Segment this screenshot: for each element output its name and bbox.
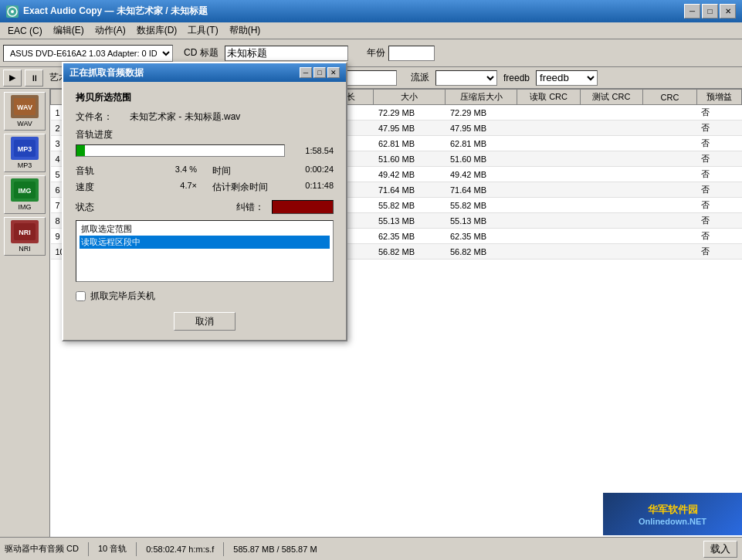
time-stat: 时间 0:00:24 <box>212 165 334 178</box>
dialog-title-buttons: ─ □ ✕ <box>300 67 340 78</box>
progress-time: 1:58.54 <box>291 146 334 155</box>
file-label: 文件名： <box>76 110 130 124</box>
status-section: 状态 纠错： <box>76 200 334 214</box>
track-stat-label: 音轨 <box>76 165 94 178</box>
log-item-title: 抓取选定范围 <box>80 222 330 236</box>
eta-stat: 估计剩余时间 0:11:48 <box>212 181 334 194</box>
track-stat: 音轨 3.4 % <box>76 165 197 178</box>
dialog-minimize-button[interactable]: ─ <box>300 67 312 78</box>
eta-stat-label: 估计剩余时间 <box>212 181 268 194</box>
status-label: 状态 <box>76 201 229 214</box>
dialog-title-bar: 正在抓取音频数据 ─ □ ✕ <box>63 63 346 82</box>
shutdown-label: 抓取完毕后关机 <box>90 290 155 303</box>
eta-stat-value: 0:11:48 <box>305 181 334 194</box>
progress-label: 音轨进度 <box>76 128 334 141</box>
file-name-value: 未知艺术家 - 未知标题.wav <box>130 110 334 124</box>
time-stat-value: 0:00:24 <box>305 165 334 178</box>
error-indicator <box>272 200 334 214</box>
cancel-button[interactable]: 取消 <box>174 312 235 331</box>
dialog-stats: 音轨 3.4 % 时间 0:00:24 速度 4.7× 估计剩余时间 0:11:… <box>76 165 334 194</box>
speed-stat-value: 4.7× <box>180 181 197 194</box>
error-label: 纠错： <box>236 201 264 214</box>
time-stat-label: 时间 <box>212 165 231 178</box>
speed-stat-label: 速度 <box>76 181 94 194</box>
log-item-selected: 读取远程区段中 <box>80 236 330 249</box>
track-stat-value: 3.4 % <box>175 165 197 178</box>
shutdown-checkbox[interactable] <box>76 291 86 301</box>
progress-bar-fill <box>76 145 85 156</box>
extract-dialog: 正在抓取音频数据 ─ □ ✕ 拷贝所选范围 文件名： 未知艺术家 - 未知标题.… <box>62 62 347 341</box>
progress-section: 音轨进度 1:58.54 <box>76 128 334 157</box>
filename-row: 文件名： 未知艺术家 - 未知标题.wav <box>76 110 334 124</box>
dialog-section-title: 拷贝所选范围 <box>76 91 334 104</box>
progress-row: 1:58.54 <box>76 144 334 157</box>
dialog-close-button[interactable]: ✕ <box>327 67 340 78</box>
dialog-title-text: 正在抓取音频数据 <box>69 66 144 80</box>
dialog-overlay: 正在抓取音频数据 ─ □ ✕ 拷贝所选范围 文件名： 未知艺术家 - 未知标题.… <box>0 0 742 560</box>
speed-stat: 速度 4.7× <box>76 181 197 194</box>
shutdown-checkbox-row: 抓取完毕后关机 <box>76 290 334 303</box>
progress-bar-container <box>76 144 285 157</box>
dialog-maximize-button[interactable]: □ <box>313 67 326 78</box>
log-box: 抓取选定范围 读取远程区段中 <box>76 220 334 282</box>
dialog-body: 拷贝所选范围 文件名： 未知艺术家 - 未知标题.wav 音轨进度 1:58.5… <box>63 82 346 340</box>
